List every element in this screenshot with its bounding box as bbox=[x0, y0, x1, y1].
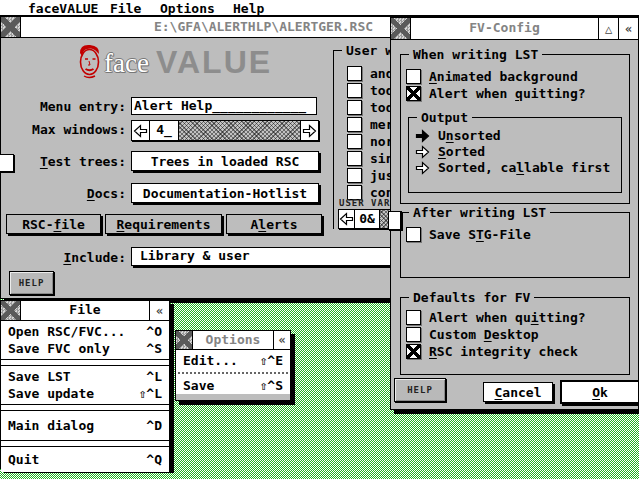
docs-label: Docs: bbox=[1, 186, 126, 201]
max-windows-value[interactable]: 4_ bbox=[149, 121, 179, 140]
menu-item-facevalue[interactable]: faceVALUE bbox=[28, 1, 98, 16]
help-button[interactable]: HELP bbox=[394, 378, 446, 402]
menu-item-save-update[interactable]: Save update ⇧^L bbox=[1, 385, 169, 402]
radio-label[interactable]: Sorted, callable first bbox=[438, 160, 610, 175]
include-popup[interactable]: Library & user bbox=[131, 247, 423, 266]
checkbox[interactable] bbox=[406, 86, 421, 101]
menu-item-shortcut: ⇧^S bbox=[260, 378, 283, 393]
menu-item-shortcut: ⇧^L bbox=[139, 386, 162, 401]
close-icon[interactable] bbox=[1, 17, 21, 37]
menu-item-options[interactable]: Options bbox=[160, 1, 215, 16]
checkbox[interactable] bbox=[406, 310, 421, 325]
options-menu-window: Options « Edit... ⇧^E Save ⇧^S bbox=[175, 330, 291, 401]
menu-item-label: Save FVC only bbox=[8, 341, 110, 356]
radio-label[interactable]: Sorted bbox=[438, 144, 485, 159]
checkbox[interactable] bbox=[406, 69, 421, 84]
user-group-title: User w bbox=[342, 43, 397, 58]
radio-label[interactable]: Unsorted bbox=[438, 128, 501, 143]
checkbox[interactable] bbox=[347, 66, 362, 81]
checkbox[interactable] bbox=[406, 327, 421, 342]
menu-item-main-dialog[interactable]: Main dialog ^D bbox=[1, 417, 169, 434]
menu-item-open-rsc-fvc[interactable]: Open RSC/FVC... ^O bbox=[1, 323, 169, 340]
close-icon[interactable] bbox=[176, 331, 193, 349]
ok-button[interactable]: Ok bbox=[560, 380, 639, 404]
fv-config-titlebar[interactable]: FV-Config △ « bbox=[391, 18, 638, 40]
logo-word-value: VALUE bbox=[156, 44, 272, 81]
defaults-group: Defaults for FV Alert when quitting? Cus… bbox=[400, 297, 630, 375]
checkbox[interactable] bbox=[406, 227, 421, 242]
menu-item-label: Main dialog bbox=[8, 418, 94, 433]
after-writing-title: After writing LST bbox=[409, 205, 550, 220]
file-menu-title: File bbox=[21, 301, 149, 320]
menu-item-help[interactable]: Help bbox=[233, 1, 264, 16]
user-var-value[interactable]: 0& bbox=[354, 210, 380, 228]
user-var-label: USER VAR: bbox=[339, 198, 397, 208]
spinner-left-arrow-icon[interactable] bbox=[132, 121, 149, 140]
menu-item-label: Save bbox=[183, 378, 214, 393]
menu-separator bbox=[178, 372, 288, 374]
menu-item-quit[interactable]: Quit ^Q bbox=[1, 451, 169, 468]
options-menu-titlebar[interactable]: Options « bbox=[176, 331, 290, 350]
checkbox-label: Save STG-File bbox=[429, 227, 531, 242]
file-menu-body: Open RSC/FVC... ^O Save FVC only ^S Save… bbox=[1, 321, 169, 472]
radio-arrow-icon[interactable] bbox=[415, 145, 430, 159]
menu-item-label: Open RSC/FVC... bbox=[8, 324, 125, 339]
menu-item-edit[interactable]: Edit... ⇧^E bbox=[176, 352, 290, 369]
help-button[interactable]: HELP bbox=[9, 271, 54, 295]
menu-item-file[interactable]: File bbox=[110, 1, 141, 16]
tab-alerts[interactable]: Alerts bbox=[226, 214, 322, 234]
fv-config-title: FV-Config bbox=[411, 18, 598, 39]
checkbox-label: Alert when quitting? bbox=[429, 310, 586, 325]
close-icon[interactable] bbox=[1, 301, 21, 320]
test-trees-button[interactable]: Trees in loaded RSC bbox=[131, 151, 319, 171]
menu-item-shortcut: ^S bbox=[146, 341, 162, 356]
after-writing-group: After writing LST Save STG-File bbox=[400, 212, 630, 278]
menu-item-label: Edit... bbox=[183, 353, 238, 368]
checkbox[interactable] bbox=[347, 151, 362, 166]
iconify-icon[interactable]: « bbox=[618, 18, 638, 39]
facevalue-face-icon bbox=[75, 43, 105, 81]
file-menu-titlebar[interactable]: File « bbox=[1, 301, 169, 321]
checkbox[interactable] bbox=[347, 134, 362, 149]
test-trees-label: Test trees: bbox=[1, 154, 126, 169]
fuller-icon[interactable]: △ bbox=[598, 18, 618, 39]
spinner-left-arrow-icon[interactable] bbox=[339, 210, 354, 228]
when-writing-title: When writing LST bbox=[409, 47, 542, 62]
iconify-icon[interactable]: « bbox=[149, 301, 169, 320]
fv-config-window: FV-Config △ « When writing LST Animated … bbox=[390, 17, 639, 410]
docs-button[interactable]: Documentation-Hotlist bbox=[131, 183, 319, 203]
menu-item-shortcut: ^Q bbox=[146, 452, 162, 467]
checkbox[interactable] bbox=[406, 344, 421, 359]
menu-entry-input[interactable]: Alert Help____________ bbox=[131, 97, 317, 115]
menu-item-label: Save update bbox=[8, 386, 94, 401]
checkbox[interactable] bbox=[347, 83, 362, 98]
menu-item-save-fvc-only[interactable]: Save FVC only ^S bbox=[1, 340, 169, 357]
options-menu-title: Options bbox=[193, 331, 273, 349]
checkbox-label: Alert when quitting? bbox=[429, 86, 586, 101]
radio-arrow-icon[interactable] bbox=[415, 161, 430, 175]
checkbox[interactable] bbox=[347, 168, 362, 183]
tab-requirements[interactable]: Requirements bbox=[105, 214, 222, 234]
iconify-icon[interactable]: « bbox=[273, 331, 290, 349]
include-label: Include: bbox=[1, 250, 126, 265]
menu-item-shortcut: ^D bbox=[146, 418, 162, 433]
close-icon[interactable] bbox=[391, 18, 411, 39]
desktop: { "colors":{"desktop_green":"#22b422","w… bbox=[0, 0, 639, 479]
max-windows-label: Max windows: bbox=[1, 122, 126, 137]
menu-item-shortcut: ^L bbox=[146, 369, 162, 384]
max-windows-slider: 4_ bbox=[131, 120, 319, 141]
menu-item-shortcut: ⇧^E bbox=[260, 353, 283, 368]
checkbox[interactable] bbox=[347, 117, 362, 132]
radio-arrow-icon[interactable] bbox=[415, 129, 430, 143]
checkbox[interactable] bbox=[347, 100, 362, 115]
fv-config-content: When writing LST Animated background Ale… bbox=[391, 40, 638, 408]
when-writing-group: When writing LST Animated background Ale… bbox=[400, 54, 630, 204]
spinner-right-arrow-icon[interactable] bbox=[301, 121, 318, 140]
menu-item-save-lst[interactable]: Save LST ^L bbox=[1, 368, 169, 385]
menu-item-save[interactable]: Save ⇧^S bbox=[176, 377, 290, 394]
menu-bar: faceVALUE File Options Help bbox=[0, 0, 639, 17]
tab-rsc-file[interactable]: RSC-file bbox=[6, 214, 101, 234]
menu-entry-label: Menu entry: bbox=[1, 99, 126, 114]
slider-track[interactable] bbox=[179, 121, 301, 140]
cancel-button[interactable]: Cancel bbox=[483, 382, 553, 402]
